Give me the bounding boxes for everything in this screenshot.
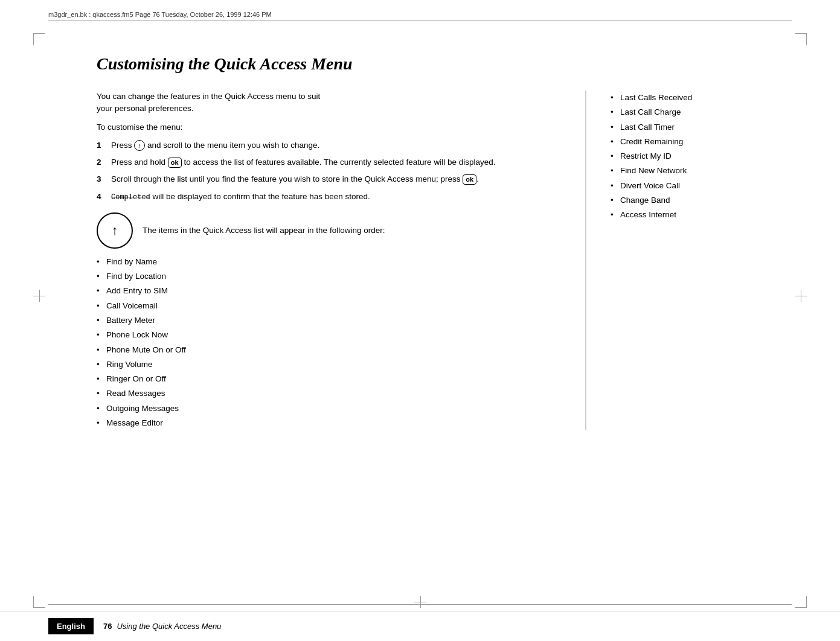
- list-item: Phone Lock Now: [97, 328, 567, 342]
- icon-box: ↑ The items in the Quick Access list wil…: [97, 212, 567, 249]
- list-item: Last Calls Received: [611, 91, 743, 105]
- step-number-3: 3: [97, 173, 109, 185]
- crop-mark-br: [795, 596, 807, 608]
- left-bullet-list: Find by Name Find by Location Add Entry …: [97, 255, 567, 431]
- nav-up-icon: ↑: [134, 140, 145, 151]
- list-item: Find by Name: [97, 255, 567, 269]
- list-item: Message Editor: [97, 416, 567, 430]
- crosshair-right: [795, 290, 807, 302]
- page-number: 76: [103, 622, 112, 631]
- footer-bar: English 76 Using the Quick Access Menu: [0, 611, 840, 641]
- step-number-4: 4: [97, 191, 109, 203]
- list-item: Last Call Charge: [611, 105, 743, 120]
- list-item: Ringer On or Off: [97, 372, 567, 386]
- crop-mark-tl: [33, 33, 45, 45]
- step-content-3: Scroll through the list until you find t…: [111, 173, 567, 185]
- order-text: The items in the Quick Access list will …: [143, 225, 385, 237]
- up-arrow-circle-icon: ↑: [97, 212, 133, 249]
- header-bar: m3gdr_en.bk : qkaccess.fm5 Page 76 Tuesd…: [48, 11, 792, 21]
- step-2: 2 Press and hold ok to access the list o…: [97, 156, 567, 168]
- right-column: Last Calls Received Last Call Charge Las…: [586, 91, 743, 223]
- list-item: Divert Voice Call: [611, 179, 743, 193]
- ok-button-icon-2: ok: [463, 174, 476, 185]
- step-1: 1 Press ↑ and scroll to the menu item yo…: [97, 139, 567, 151]
- right-bullet-list: Last Calls Received Last Call Charge Las…: [611, 91, 743, 223]
- step-number-1: 1: [97, 139, 109, 151]
- crosshair-bottom: [414, 596, 426, 608]
- list-item: Find by Location: [97, 269, 567, 284]
- list-item: Change Band: [611, 193, 743, 208]
- two-columns: You can change the features in the Quick…: [97, 91, 743, 430]
- list-item: Add Entry to SIM: [97, 284, 567, 298]
- header-text: m3gdr_en.bk : qkaccess.fm5 Page 76 Tuesd…: [48, 11, 272, 18]
- main-content: Customising the Quick Access Menu You ca…: [97, 54, 743, 581]
- list-item: Credit Remaining: [611, 135, 743, 149]
- step-3: 3 Scroll through the list until you find…: [97, 173, 567, 185]
- list-item: Outgoing Messages: [97, 401, 567, 416]
- completed-text: Completed: [111, 193, 150, 202]
- list-item: Battery Meter: [97, 313, 567, 328]
- language-badge: English: [48, 618, 94, 634]
- list-item: Phone Mute On or Off: [97, 343, 567, 357]
- left-column: You can change the features in the Quick…: [97, 91, 586, 430]
- crosshair-left: [33, 290, 45, 302]
- ok-button-icon: ok: [168, 158, 182, 168]
- step-content-1: Press ↑ and scroll to the menu item you …: [111, 139, 567, 151]
- step-number-2: 2: [97, 156, 109, 168]
- step-4: 4 Completed will be displayed to confirm…: [97, 191, 567, 203]
- page-title: Customising the Quick Access Menu: [97, 54, 743, 74]
- list-item: Last Call Timer: [611, 120, 743, 135]
- list-item: Ring Volume: [97, 357, 567, 372]
- page-container: m3gdr_en.bk : qkaccess.fm5 Page 76 Tuesd…: [0, 0, 840, 641]
- list-item: Read Messages: [97, 386, 567, 401]
- list-item: Access Internet: [611, 208, 743, 222]
- steps: 1 Press ↑ and scroll to the menu item yo…: [97, 139, 567, 203]
- intro-text-1: You can change the features in the Quick…: [97, 91, 567, 115]
- list-item: Find New Network: [611, 164, 743, 178]
- crop-mark-bl: [33, 596, 45, 608]
- footer-section-title: Using the Quick Access Menu: [117, 622, 221, 631]
- step-content-4: Completed will be displayed to confirm t…: [111, 191, 567, 203]
- list-item: Restrict My ID: [611, 149, 743, 164]
- footer-rule: [48, 604, 792, 605]
- crop-mark-tr: [795, 33, 807, 45]
- list-item: Call Voicemail: [97, 299, 567, 313]
- step-content-2: Press and hold ok to access the list of …: [111, 156, 567, 168]
- intro-customise: To customise the menu:: [97, 121, 567, 133]
